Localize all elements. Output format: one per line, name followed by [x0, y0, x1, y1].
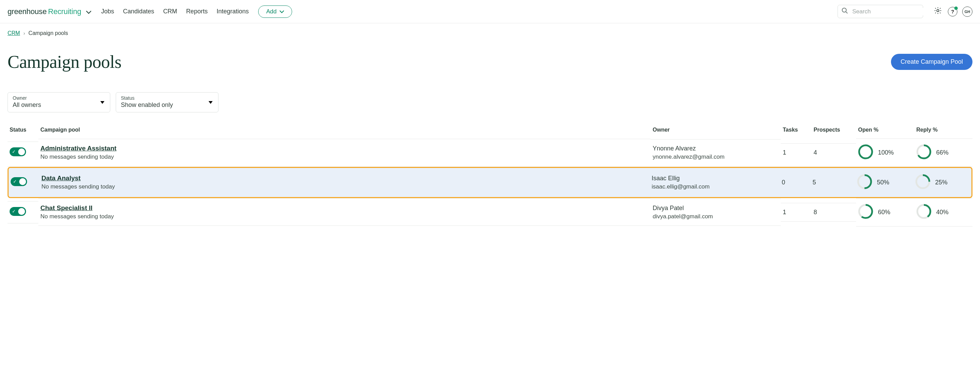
question-icon: ?	[951, 8, 954, 14]
status-filter-label: Status	[121, 95, 213, 101]
tasks-value: 1	[783, 209, 786, 216]
svg-point-2	[937, 10, 939, 12]
breadcrumb-current: Campaign pools	[29, 30, 68, 36]
search-box[interactable]	[838, 5, 923, 18]
owner-email: isaac.ellig@gmail.com	[652, 183, 778, 190]
top-icons: ? GH	[933, 6, 972, 17]
reply-label: 40%	[936, 209, 948, 216]
campaign-pool-sub: No messages sending today	[41, 183, 648, 190]
progress-ring-icon	[858, 144, 873, 161]
owner-filter[interactable]: Owner All owners	[8, 92, 110, 112]
campaign-pool-link[interactable]: Data Analyst	[41, 174, 81, 182]
campaign-pool-sub: No messages sending today	[40, 213, 649, 220]
toggle-knob	[19, 178, 26, 185]
search-icon	[841, 7, 848, 16]
reply-label: 25%	[935, 179, 947, 186]
search-input[interactable]	[851, 8, 926, 15]
campaign-pool-link[interactable]: Administrative Assistant	[40, 145, 116, 152]
table-header: Status Campaign pool Owner Tasks Prospec…	[8, 121, 972, 139]
progress-ring-icon	[858, 204, 873, 221]
tasks-value: 0	[782, 179, 785, 186]
page-title: Campaign pools	[8, 52, 121, 72]
caret-down-icon	[100, 99, 105, 105]
owner-name: Isaac Ellig	[652, 175, 778, 182]
progress-ring-icon	[857, 174, 872, 191]
main-content: CRM › Campaign pools Campaign pools Crea…	[0, 23, 980, 240]
reply-metric: 66%	[916, 144, 970, 161]
chevron-down-icon	[279, 8, 284, 15]
create-campaign-pool-button[interactable]: Create Campaign Pool	[891, 54, 972, 70]
top-bar: greenhouse Recruiting Jobs Candidates CR…	[0, 0, 980, 23]
reply-label: 66%	[936, 149, 948, 156]
status-filter[interactable]: Status Show enabled only	[116, 92, 218, 112]
open-metric: 60%	[858, 204, 912, 221]
filters: Owner All owners Status Show enabled onl…	[8, 92, 972, 112]
nav-reports[interactable]: Reports	[186, 8, 207, 15]
svg-marker-4	[208, 101, 213, 104]
reply-metric: 25%	[915, 174, 969, 191]
col-status: Status	[8, 121, 38, 139]
chevron-right-icon: ›	[23, 30, 25, 36]
nav-candidates[interactable]: Candidates	[123, 8, 154, 15]
gear-icon	[934, 6, 942, 16]
title-row: Campaign pools Create Campaign Pool	[8, 40, 972, 84]
status-toggle[interactable]: ✓	[11, 177, 27, 186]
owner-filter-label: Owner	[13, 95, 105, 101]
owner-email: divya.patel@gmail.com	[653, 213, 779, 220]
svg-line-1	[846, 12, 848, 14]
user-avatar[interactable]: GH	[962, 6, 972, 17]
reply-metric: 40%	[916, 204, 970, 221]
campaign-pool-sub: No messages sending today	[40, 153, 649, 160]
progress-ring-icon	[915, 174, 930, 191]
notification-dot	[954, 6, 958, 10]
progress-ring-icon	[916, 204, 931, 221]
open-label: 100%	[878, 149, 894, 156]
add-button-label: Add	[266, 8, 276, 15]
campaign-pool-link[interactable]: Chat Specialist II	[40, 204, 92, 211]
prospects-value: 5	[813, 179, 816, 186]
primary-nav: Jobs Candidates CRM Reports Integrations	[101, 8, 248, 15]
avatar-initials: GH	[964, 10, 970, 14]
brand-word-1: greenhouse	[8, 7, 46, 16]
check-icon: ✓	[13, 179, 17, 184]
toggle-knob	[18, 149, 25, 155]
add-button[interactable]: Add	[258, 5, 292, 18]
help-button[interactable]: ?	[948, 7, 958, 16]
nav-jobs[interactable]: Jobs	[101, 8, 114, 15]
nav-integrations[interactable]: Integrations	[216, 8, 248, 15]
chevron-down-icon	[86, 7, 91, 16]
owner-name: Divya Patel	[653, 205, 779, 212]
owner-filter-value: All owners	[13, 101, 105, 109]
progress-ring-icon	[916, 144, 931, 161]
brand-word-2: Recruiting	[48, 7, 81, 16]
caret-down-icon	[208, 99, 213, 105]
open-label: 60%	[878, 209, 890, 216]
breadcrumb-root[interactable]: CRM	[8, 30, 20, 36]
col-open: Open %	[856, 121, 914, 139]
svg-marker-3	[100, 101, 105, 104]
status-toggle[interactable]: ✓	[10, 147, 26, 156]
table-body: ✓ Administrative Assistant No messages s…	[8, 139, 972, 227]
col-reply: Reply %	[914, 121, 972, 139]
settings-button[interactable]	[933, 6, 943, 17]
toggle-knob	[18, 208, 25, 215]
brand-switcher[interactable]: greenhouse Recruiting	[8, 7, 91, 16]
highlighted-row[interactable]: ✓ Data Analyst No messages sending today…	[8, 167, 972, 198]
col-pool: Campaign pool	[38, 121, 651, 139]
check-icon: ✓	[12, 209, 16, 214]
owner-name: Ynonne Alvarez	[653, 145, 779, 152]
check-icon: ✓	[12, 149, 16, 154]
status-filter-value: Show enabled only	[121, 101, 213, 109]
owner-email: ynonne.alvarez@gmail.com	[653, 153, 779, 160]
prospects-value: 4	[814, 149, 817, 156]
prospects-value: 8	[814, 209, 817, 216]
nav-crm[interactable]: CRM	[163, 8, 177, 15]
svg-point-6	[859, 145, 872, 158]
open-metric: 100%	[858, 144, 912, 161]
col-owner: Owner	[651, 121, 781, 139]
status-toggle[interactable]: ✓	[10, 207, 26, 216]
open-label: 50%	[877, 179, 889, 186]
col-tasks: Tasks	[781, 121, 811, 139]
open-metric: 50%	[857, 174, 911, 191]
col-prospects: Prospects	[811, 121, 856, 139]
